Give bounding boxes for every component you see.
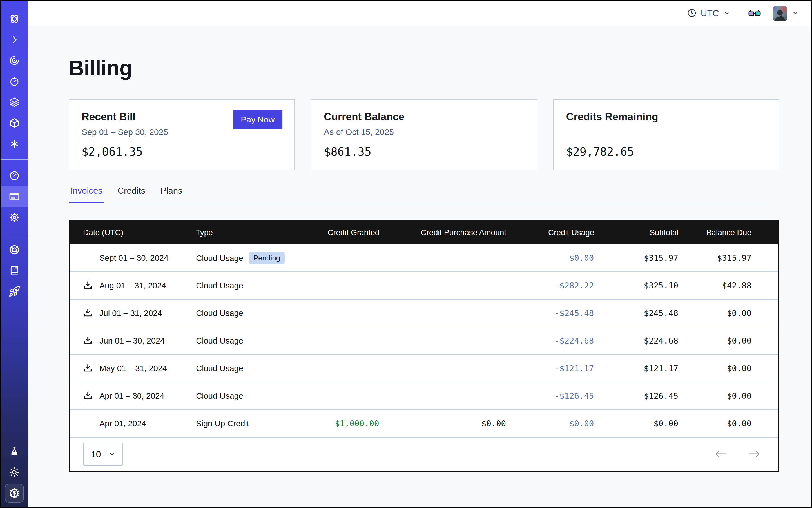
sidebar-item-stopwatch[interactable] (1, 71, 28, 92)
invoice-type: Cloud Usage (196, 336, 243, 345)
dollar-badge-icon (9, 488, 20, 499)
cell-credit-purchase (379, 327, 506, 354)
credits-remaining-card: Credits Remaining $29,782.65 (553, 99, 779, 170)
asterisk-icon (9, 138, 20, 149)
sidebar-item-rocket[interactable] (1, 281, 28, 302)
timezone-selector[interactable]: UTC (687, 8, 730, 19)
cell-subtotal: $126.45 (594, 382, 679, 410)
timezone-label: UTC (701, 8, 719, 18)
recent-bill-amount: $2,061.35 (82, 145, 282, 158)
invoice-date: Jul 01 – 31, 2024 (99, 309, 162, 318)
cell-type: Cloud Usage (196, 382, 310, 410)
cell-credit-usage: $0.00 (506, 245, 594, 272)
cell-credit-usage: -$282.22 (506, 272, 594, 299)
summary-cards: Recent Bill Sep 01 – Sep 30, 2025 $2,061… (69, 99, 779, 170)
sidebar-item-layers[interactable] (1, 92, 28, 113)
sidebar-item-dollar-badge[interactable] (1, 483, 28, 504)
invoice-date: Sept 01 – 30, 2024 (99, 253, 168, 263)
col-header-credit-usage: Credit Usage (506, 220, 594, 245)
gear-icon (8, 211, 20, 223)
sidebar-item-spiral[interactable] (1, 50, 28, 71)
cell-date: Jun 01 – 30, 2024 (70, 327, 196, 354)
sidebar-item-cube[interactable] (1, 113, 28, 133)
sidebar-bottom-group (1, 441, 28, 507)
tab-credits[interactable]: Credits (116, 186, 147, 203)
orbit-logo-icon (8, 13, 20, 25)
download-invoice-button[interactable] (83, 336, 99, 346)
card-title: Current Balance (324, 111, 524, 123)
sidebar-item-asterisk[interactable] (1, 133, 28, 154)
cell-credit-usage: -$245.48 (506, 299, 594, 327)
col-header-date: Date (UTC) (70, 220, 196, 245)
sidebar-item-book-sparkles[interactable] (1, 260, 28, 281)
chevron-right-icon (9, 34, 20, 45)
col-header-type: Type (196, 220, 310, 245)
cell-type: Cloud Usage (196, 272, 310, 299)
sidebar-item-sun[interactable] (1, 462, 28, 483)
rocket-icon (8, 286, 20, 297)
billing-tabs: Invoices Credits Plans (69, 186, 779, 203)
cell-credit-granted (310, 299, 379, 327)
avatar[interactable] (773, 6, 787, 21)
cell-type: Cloud Usage (196, 354, 310, 382)
invoice-row: Apr 01 – 30, 2024Cloud Usage-$126.45$126… (70, 382, 778, 410)
table-header-row: Date (UTC) Type Credit Granted Credit Pu… (70, 220, 778, 245)
cell-date: Apr 01, 2024 (70, 410, 196, 437)
invoice-row: May 01 – 31, 2024Cloud Usage-$121.17$121… (70, 354, 778, 382)
sidebar-group (1, 165, 28, 228)
col-header-credit-granted: Credit Granted (310, 220, 379, 245)
cell-credit-granted (310, 382, 379, 410)
sidebar-item-orbit-logo[interactable] (1, 8, 28, 29)
cube-icon (9, 118, 20, 129)
cell-credit-usage: -$121.17 (506, 354, 594, 382)
col-header-credit-purchase: Credit Purchase Amount (379, 220, 506, 245)
tab-invoices[interactable]: Invoices (69, 186, 104, 203)
invoice-row: Apr 01, 2024Sign Up Credit$1,000.00$0.00… (70, 410, 778, 437)
topbar: UTC (28, 1, 811, 27)
flask-icon (9, 446, 20, 457)
download-invoice-button[interactable] (83, 391, 99, 401)
sidebar-item-flask[interactable] (1, 441, 28, 462)
tab-plans[interactable]: Plans (159, 186, 184, 203)
recent-bill-card: Recent Bill Sep 01 – Sep 30, 2025 $2,061… (69, 99, 295, 170)
cell-subtotal: $325.10 (594, 272, 679, 299)
cell-credit-granted (310, 354, 379, 382)
prev-page-button[interactable] (712, 448, 729, 460)
user-menu-chevron-icon[interactable] (792, 9, 799, 18)
spiral-icon (9, 55, 20, 66)
sidebar-item-credit-card[interactable] (1, 186, 28, 207)
credits-remaining-amount: $29,782.65 (566, 145, 766, 158)
cell-date: Apr 01 – 30, 2024 (70, 382, 196, 410)
download-invoice-button[interactable] (83, 308, 99, 318)
cell-type: Cloud Usage (196, 299, 310, 327)
invoice-row: Jun 01 – 30, 2024Cloud Usage-$224.68$224… (70, 327, 778, 354)
cell-credit-purchase: $0.00 (379, 410, 506, 437)
invoice-type: Cloud Usage (196, 391, 243, 400)
sidebar-item-gear[interactable] (1, 207, 28, 228)
invoice-type: Cloud Usage (196, 281, 243, 290)
card-subtitle (566, 127, 766, 137)
cell-balance-due: $0.00 (679, 299, 778, 327)
next-page-button[interactable] (746, 448, 763, 460)
download-invoice-button[interactable] (83, 281, 99, 291)
cell-subtotal: $245.48 (594, 299, 679, 327)
cell-date: May 01 – 31, 2024 (70, 354, 196, 382)
pay-now-button[interactable]: Pay Now (233, 111, 283, 129)
sidebar-item-helm[interactable] (1, 239, 28, 260)
clock-icon (687, 8, 697, 19)
download-invoice-button[interactable] (83, 363, 99, 373)
glasses-icon[interactable] (748, 7, 761, 20)
cell-balance-due: $42.88 (679, 272, 778, 299)
cell-credit-granted (310, 245, 379, 272)
sidebar-item-chevron-right[interactable] (1, 29, 28, 50)
helm-icon (8, 244, 20, 256)
cell-balance-due: $0.00 (679, 327, 778, 354)
cell-subtotal: $315.97 (594, 245, 679, 272)
cell-type: Cloud UsagePending (196, 245, 310, 272)
credit-card-icon (8, 190, 20, 203)
chevron-down-icon (723, 9, 730, 18)
cell-type: Sign Up Credit (196, 410, 310, 437)
sidebar-item-gauge[interactable] (1, 165, 28, 186)
book-sparkles-icon (9, 265, 20, 276)
page-size-select[interactable]: 10 (83, 443, 123, 466)
